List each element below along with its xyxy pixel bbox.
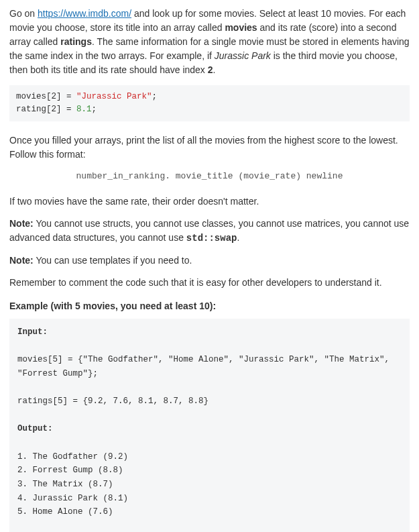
text: .: [237, 232, 239, 243]
imdb-link[interactable]: https://www.imdb.com/: [38, 8, 131, 19]
output-line: 1. The Godfather (9.2): [17, 452, 128, 462]
index-value: 2: [208, 64, 213, 75]
example-heading: Example (with 5 movies, you need at leas…: [9, 299, 410, 313]
std-swap-code: std::swap: [186, 233, 237, 244]
output-line: 5. Home Alone (7.6): [17, 507, 113, 517]
note-label: Note:: [9, 218, 34, 229]
input-label: Input:: [17, 327, 48, 337]
paragraph-4: Remember to comment the code such that i…: [9, 276, 410, 290]
output-line: 4. Jurassic Park (8.1): [17, 494, 128, 503]
intro-paragraph: Go on https://www.imdb.com/ and look up …: [9, 7, 410, 77]
movies-array-name: movies: [225, 22, 257, 33]
output-line: 2. Forrest Gump (8.8): [17, 466, 123, 475]
output-line: 3. The Matrix (8.7): [17, 480, 113, 489]
note-2: Note: You can use templates if you need …: [9, 254, 410, 268]
text: .: [213, 64, 216, 75]
output-label: Output:: [17, 424, 53, 433]
text: Go on: [9, 8, 38, 19]
text: You can use templates if you need to.: [34, 255, 192, 266]
jurassic-park-example: Jurassic Park: [215, 50, 271, 61]
paragraph-3: If two movies have the same rate, their …: [9, 195, 410, 209]
code-snippet-1: movies[2] = "Jurassic Park"; rating[2] =…: [9, 85, 410, 121]
note-label: Note:: [9, 255, 34, 266]
example-movies: movies[5] = {"The Godfather", "Home Alon…: [17, 355, 395, 378]
output-format-line: number_in_ranking. movie_title (movie_ra…: [9, 170, 410, 183]
example-block: Input: movies[5] = {"The Godfather", "Ho…: [9, 319, 410, 532]
ratings-array-name: ratings: [60, 36, 92, 47]
paragraph-2: Once you filled your arrays, print the l…: [9, 134, 410, 162]
example-ratings: ratings[5] = {9.2, 7.6, 8.1, 8.7, 8.8}: [17, 396, 208, 406]
note-1: Note: You cannot use structs, you cannot…: [9, 217, 410, 246]
